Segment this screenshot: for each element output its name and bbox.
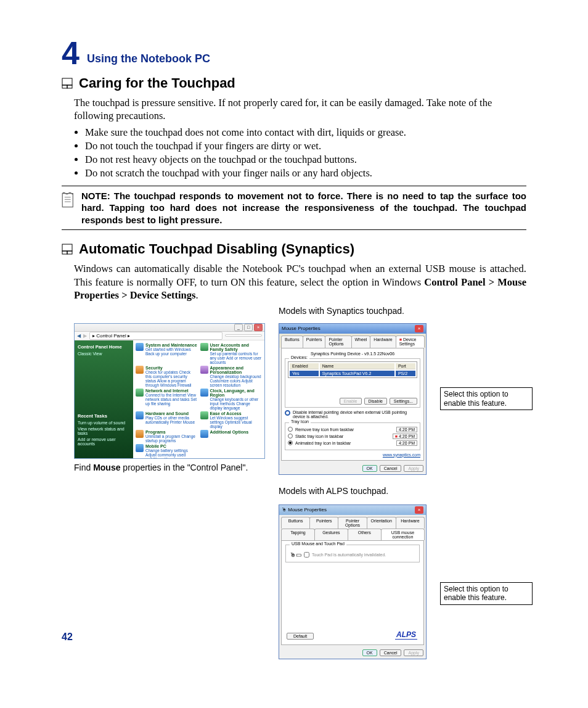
tray-option-animated[interactable]: Animated tray icon in taskbar 4:20 PM <box>288 440 417 446</box>
minimize-button[interactable]: _ <box>234 324 243 331</box>
checkbox-label: Disable internal pointing device when ex… <box>293 410 420 419</box>
window-titlebar: _ □ × <box>75 324 264 332</box>
recent-task[interactable]: Turn up volume of sound <box>78 421 130 425</box>
alps-caption: Models with ALPS touchpad. <box>279 486 526 496</box>
dialog-titlebar: 🖱 Mouse Properties × <box>279 505 426 515</box>
devices-table: Enabled Name Port Yes Synaptics TouchPad… <box>288 361 417 378</box>
group-label: USB Mouse and Touch Pad <box>290 541 346 546</box>
tab-pointers[interactable]: Pointers <box>303 335 326 348</box>
dialog-title: Mouse Properties <box>282 326 321 331</box>
default-button[interactable]: Default <box>287 633 314 640</box>
sidebar-title: Control Panel Home <box>78 344 130 350</box>
list-item: Make sure the touchpad does not come int… <box>85 126 526 139</box>
cp-item-clock[interactable]: Clock, Language, and RegionChange keyboa… <box>200 389 263 410</box>
page-number: 42 <box>62 632 73 643</box>
note-icon <box>62 190 75 226</box>
tray-option-remove[interactable]: Remove tray icon from taskbar 4:20 PM <box>288 427 417 432</box>
close-button[interactable]: × <box>415 506 423 514</box>
svg-rect-0 <box>62 78 72 85</box>
section-heading-touchpad-care: Caring for the Touchpad <box>62 75 526 91</box>
recent-task[interactable]: View network status and tasks <box>78 427 130 435</box>
tab-wheel[interactable]: Wheel <box>351 335 371 348</box>
dialog-footer: OK Cancel Apply <box>279 463 426 474</box>
maximize-button[interactable]: □ <box>244 324 253 331</box>
tab-pointer-options[interactable]: Pointer Options <box>325 335 351 348</box>
search-box[interactable] <box>225 334 262 337</box>
cp-item-additional[interactable]: Additional Options <box>200 430 263 443</box>
recent-tasks-heading: Recent Tasks <box>78 413 130 419</box>
nav-back-icon[interactable]: ◀ <box>77 333 81 339</box>
callout-alps: Select this option to enable this featur… <box>440 582 533 605</box>
nav-fwd-icon[interactable]: ▶ <box>83 333 87 339</box>
close-button[interactable]: × <box>415 325 423 332</box>
cancel-button[interactable]: Cancel <box>380 465 402 472</box>
tab-device-settings[interactable]: ■ Device Settings <box>396 335 425 348</box>
tab-usb-mouse[interactable]: USB mouse connection <box>381 529 425 540</box>
tab-hardware[interactable]: Hardware <box>370 335 396 348</box>
alps-logo: ALPS <box>395 630 417 640</box>
cp-caption: Find Mouse properties in the "Control Pa… <box>74 463 271 472</box>
svg-rect-8 <box>62 251 67 254</box>
callout-synaptics: Select this option to enable this featur… <box>440 387 533 410</box>
disable-button[interactable]: Disable <box>364 398 387 405</box>
cp-item-hardware[interactable]: Hardware and SoundPlay CDs or other medi… <box>136 411 198 429</box>
tab-buttons[interactable]: Buttons <box>281 517 310 529</box>
note-text: NOTE: The touchpad responds to movement … <box>81 190 526 226</box>
close-button[interactable]: × <box>254 324 263 331</box>
chapter-header: 4 Using the Notebook PC <box>62 37 526 69</box>
cp-sidebar: Control Panel Home Classic View Recent T… <box>75 340 133 459</box>
tab-hardware[interactable]: Hardware <box>396 517 425 529</box>
cp-main: System and MaintenanceGet started with W… <box>133 340 264 459</box>
breadcrumb[interactable]: ▸ Control Panel ▸ <box>89 332 223 340</box>
devices-group: Devices: Enabled Name Port Yes Synaptics… <box>285 358 420 408</box>
classic-view-link[interactable]: Classic View <box>78 352 130 356</box>
checkbox-label: Touch Pad is automatically invalidated. <box>312 553 386 557</box>
apply-button[interactable]: Apply <box>404 465 423 472</box>
tab-tapping[interactable]: Tapping <box>281 529 315 540</box>
disable-on-usb-checkbox[interactable]: Disable internal pointing device when ex… <box>285 410 420 419</box>
section-title: Caring for the Touchpad <box>79 75 235 91</box>
synaptics-link[interactable]: www.synaptics.com <box>285 453 420 457</box>
ok-button[interactable]: OK <box>362 649 377 656</box>
col-enabled: Enabled <box>290 363 319 369</box>
usb-mouse-group: USB Mouse and Touch Pad 🖱▭ Touch Pad is … <box>285 545 420 562</box>
apply-button[interactable]: Apply <box>404 649 423 656</box>
cp-item-users[interactable]: User Accounts and Family SafetySet up pa… <box>200 343 263 364</box>
enable-button[interactable]: Enable <box>340 398 362 405</box>
dialog-titlebar: Mouse Properties × <box>279 324 426 334</box>
note-block: NOTE: The touchpad responds to movement … <box>62 186 526 231</box>
cp-item-system[interactable]: System and MaintenanceGet started with W… <box>136 343 198 364</box>
cp-item-appearance[interactable]: Appearance and PersonalizationChange des… <box>200 366 263 387</box>
cp-item-programs[interactable]: ProgramsUninstall a program Change start… <box>136 430 198 443</box>
checkbox[interactable] <box>304 552 309 558</box>
cp-item-mobile[interactable]: Mobile PCChange battery settings Adjust … <box>136 444 198 459</box>
recent-task[interactable]: Add or remove user accounts <box>78 437 130 446</box>
tab-pointers[interactable]: Pointers <box>309 517 338 529</box>
ok-button[interactable]: OK <box>362 465 377 472</box>
cp-item-ease[interactable]: Ease of AccessLet Windows suggest settin… <box>200 411 263 429</box>
cp-item-security[interactable]: SecurityCheck for updates Check this com… <box>136 366 198 387</box>
auto-invalidate-checkbox[interactable]: 🖱▭ Touch Pad is automatically invalidate… <box>290 551 415 558</box>
cp-item-network[interactable]: Network and InternetConnect to the Inter… <box>136 389 198 410</box>
dialog-footer: OK Cancel Apply <box>279 647 426 659</box>
tab-panel: USB Mouse and Touch Pad 🖱▭ Touch Pad is … <box>281 540 424 645</box>
tab-pointer-options[interactable]: Pointer Options <box>338 517 367 529</box>
section-title: Automatic Touchpad Disabling (Synaptics) <box>79 241 354 257</box>
mouse-icon: 🖱 <box>282 507 287 512</box>
cancel-button[interactable]: Cancel <box>380 649 402 656</box>
settings-button[interactable]: Settings... <box>390 398 417 405</box>
list-item: Do not rest heavy objects on the touchpa… <box>85 154 526 166</box>
tab-buttons[interactable]: Buttons <box>281 335 303 348</box>
svg-rect-1 <box>62 85 67 88</box>
svg-rect-9 <box>67 251 72 254</box>
tab-orientation[interactable]: Orientation <box>367 517 396 529</box>
tab-gestures[interactable]: Gestures <box>314 529 348 540</box>
tabs: Buttons Pointers Pointer Options Orienta… <box>279 515 426 540</box>
tray-option-static[interactable]: Static tray icon in taskbar ■ 4:20 PM <box>288 434 417 439</box>
mouse-properties-alps: 🖱 Mouse Properties × Buttons Pointers Po… <box>279 504 427 659</box>
svg-rect-2 <box>67 85 72 88</box>
checkbox-icon <box>285 410 290 416</box>
device-row[interactable]: Yes Synaptics TouchPad V6.2 PS/2 <box>290 371 415 376</box>
tab-others[interactable]: Others <box>348 529 382 540</box>
section2-intro: Windows can automatically disable the No… <box>74 262 526 302</box>
